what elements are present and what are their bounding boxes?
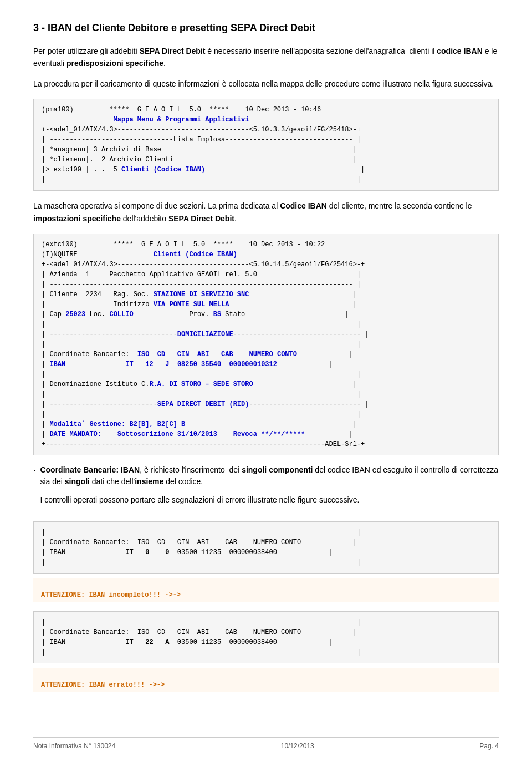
code-block-iban-error: | | | Coordinate Bancarie: ISO CD CIN AB… — [33, 611, 499, 663]
bullet-text-2: I controlli operati possono portare alle… — [40, 494, 499, 506]
bullet-text-1: Coordinate Bancarie: IBAN, è richiesto l… — [40, 464, 499, 488]
attenzione-errato: ATTENZIONE: IBAN errato!!! ->-> — [33, 668, 499, 692]
page-footer: Nota Informativa N° 130024 10/12/2013 Pa… — [33, 737, 499, 750]
attenzione-incompleto: ATTENZIONE: IBAN incompleto!!! ->-> — [33, 578, 499, 602]
bullet-dot: · — [33, 465, 35, 475]
intro-paragraph-2: La procedura per il caricamento di quest… — [33, 78, 499, 90]
code-block-extc100: (extc100) ***** G E A O I L 5.0 ***** 10… — [33, 234, 499, 455]
bullet-iban: · Coordinate Bancarie: IBAN, è richiesto… — [33, 464, 499, 513]
code-block-menu: (pma100) ***** G E A O I L 5.0 ***** 10 … — [33, 99, 499, 191]
footer-center: 10/12/2013 — [281, 742, 314, 750]
page-title: 3 - IBAN del Cliente Debitore e presetti… — [33, 22, 499, 34]
footer-right: Pag. 4 — [479, 742, 499, 750]
intro-paragraph-1: Per poter utilizzare gli addebiti SEPA D… — [33, 45, 499, 70]
footer-left: Nota Informativa N° 130024 — [33, 742, 115, 750]
mid-text-1: La maschera operativa si compone di due … — [33, 200, 499, 225]
code-block-iban-incomplete: | | | Coordinate Bancarie: ISO CD CIN AB… — [33, 521, 499, 574]
